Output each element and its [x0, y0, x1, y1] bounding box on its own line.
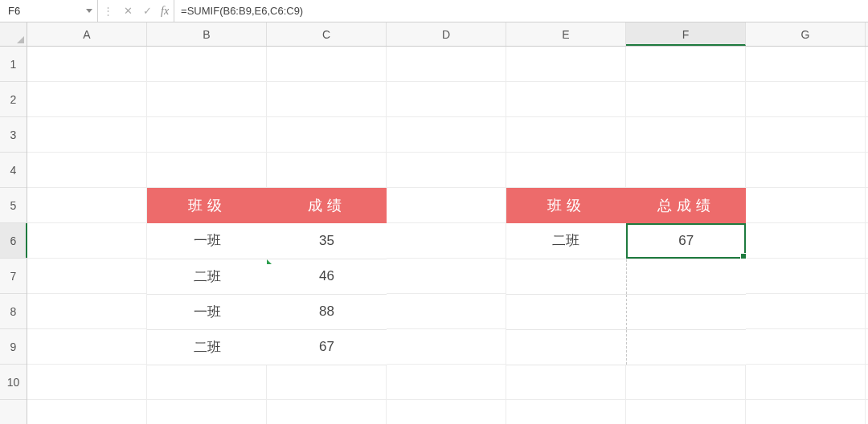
cell[interactable]: 二班 — [147, 329, 267, 365]
table-header[interactable]: 班级 — [506, 188, 626, 223]
table-header[interactable]: 总成绩 — [626, 188, 746, 223]
drag-handle-icon[interactable]: ⋮ — [103, 5, 114, 17]
table-row: 一班 88 — [147, 294, 387, 329]
cell[interactable]: 二班 — [147, 259, 267, 294]
table-row: 一班 35 — [147, 223, 387, 259]
fx-icon[interactable]: fx — [161, 5, 169, 18]
table-row: 班级 成绩 — [147, 188, 387, 223]
cancel-icon[interactable]: ✕ — [122, 5, 133, 17]
cell[interactable] — [626, 294, 746, 329]
row-header[interactable]: 6 — [0, 223, 27, 259]
cell[interactable]: 一班 — [147, 223, 267, 259]
row-header[interactable]: 2 — [0, 82, 27, 117]
table-header[interactable]: 成绩 — [267, 188, 387, 223]
table-row: 二班 67 — [147, 329, 387, 365]
cell[interactable] — [506, 259, 626, 294]
cell[interactable] — [506, 329, 626, 365]
col-header[interactable]: C — [267, 22, 387, 46]
cell[interactable]: 88 — [267, 294, 387, 329]
chevron-down-icon[interactable] — [86, 9, 92, 13]
cells-area[interactable]: 班级 成绩 一班 35 二班 46 一班 88 二班 67 — [27, 47, 868, 424]
col-header[interactable]: E — [506, 22, 626, 46]
cell[interactable] — [506, 294, 626, 329]
row-header[interactable]: 10 — [0, 365, 27, 400]
table-row: 班级 总成绩 — [506, 188, 746, 223]
table-header[interactable]: 班级 — [147, 188, 267, 223]
table-row — [506, 294, 746, 329]
row-header[interactable]: 8 — [0, 294, 27, 329]
row-header[interactable]: 7 — [0, 259, 27, 294]
table-row: 二班 67 — [506, 223, 746, 259]
row-headers: 1 2 3 4 5 6 7 8 9 10 — [0, 47, 27, 424]
row-header[interactable]: 1 — [0, 47, 27, 82]
cell[interactable]: 46 — [267, 259, 387, 294]
confirm-icon[interactable]: ✓ — [141, 5, 153, 17]
col-header[interactable]: A — [27, 22, 147, 46]
col-header[interactable]: G — [746, 22, 866, 46]
name-box[interactable]: F6 — [0, 0, 98, 22]
error-indicator-icon — [267, 259, 272, 264]
cell[interactable]: 35 — [267, 223, 387, 259]
formula-bar: F6 ⋮ ✕ ✓ fx — [0, 0, 868, 22]
cell[interactable] — [626, 259, 746, 294]
name-box-value: F6 — [8, 5, 20, 17]
spreadsheet: A B C D E F G 1 2 3 4 5 6 7 8 9 10 班级 成绩… — [0, 22, 868, 424]
col-header[interactable]: D — [387, 22, 506, 46]
data-table-left: 班级 成绩 一班 35 二班 46 一班 88 二班 67 — [147, 188, 387, 365]
table-row — [506, 259, 746, 294]
row-header[interactable]: 4 — [0, 153, 27, 188]
col-header[interactable]: B — [147, 22, 267, 46]
col-header[interactable]: F — [626, 22, 746, 46]
column-headers: A B C D E F G — [27, 22, 868, 47]
row-header[interactable]: 3 — [0, 117, 27, 153]
cell[interactable]: 67 — [626, 223, 746, 259]
cell[interactable]: 二班 — [506, 223, 626, 259]
formula-bar-controls: ⋮ ✕ ✓ fx — [98, 0, 174, 22]
row-header[interactable]: 9 — [0, 329, 27, 365]
cell[interactable]: 一班 — [147, 294, 267, 329]
formula-input[interactable] — [174, 0, 868, 22]
data-table-right: 班级 总成绩 二班 67 — [506, 188, 746, 365]
cell[interactable]: 67 — [267, 329, 387, 365]
select-all-corner[interactable] — [0, 22, 27, 47]
cell[interactable] — [626, 329, 746, 365]
row-header[interactable]: 5 — [0, 188, 27, 223]
table-row — [506, 329, 746, 365]
